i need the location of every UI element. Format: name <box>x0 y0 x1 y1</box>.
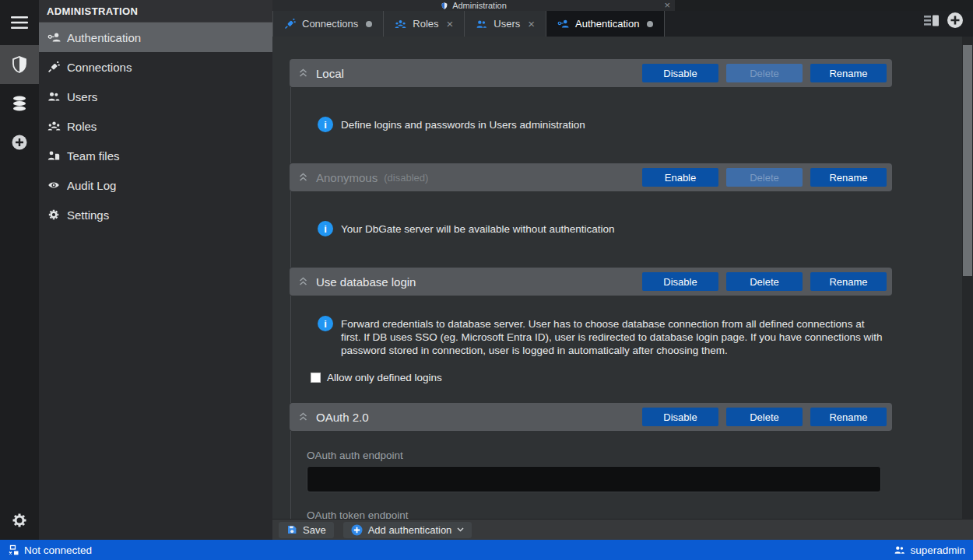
info-icon: i <box>318 117 333 132</box>
sidebar-item-settings[interactable]: Settings <box>39 200 272 229</box>
rename-button[interactable]: Rename <box>810 168 887 187</box>
tab-authentication[interactable]: Authentication <box>546 11 665 37</box>
bottom-toolbar: Save Add authentication <box>272 519 973 540</box>
tab-label: Authentication <box>575 18 639 30</box>
window-actions <box>924 12 964 29</box>
info-row: i Forward credentials to database server… <box>307 316 892 357</box>
logged-user[interactable]: superadmin <box>894 544 965 556</box>
oauth-auth-endpoint-label: OAuth auth endpoint <box>307 450 892 461</box>
admin-sidebar: ADMINISTRATION Authentication Connection… <box>39 0 272 540</box>
collapse-chevrons-icon[interactable] <box>299 412 308 422</box>
sidebar-item-label: Settings <box>67 208 109 222</box>
disable-button[interactable]: Disable <box>642 408 718 426</box>
connection-status-text: Not connected <box>24 544 92 556</box>
section-disabled-note: (disabled) <box>384 172 428 184</box>
enable-button[interactable]: Enable <box>642 168 718 187</box>
sidebar-item-label: Team files <box>67 149 120 163</box>
close-tab-icon[interactable]: × <box>528 17 535 30</box>
info-icon: i <box>318 221 333 236</box>
tab-roles[interactable]: Roles × <box>384 11 465 37</box>
panel-layout-icon[interactable] <box>924 14 941 27</box>
section-body: OAuth auth endpoint OAuth token endpoint <box>290 431 892 519</box>
tab-users[interactable]: Users × <box>465 11 546 37</box>
section-title: Anonymous <box>316 171 378 184</box>
sidebar-item-label: Users <box>67 90 97 103</box>
status-bar: Not connected superadmin <box>0 540 973 560</box>
account-group-icon <box>47 119 61 133</box>
collapse-chevrons-icon[interactable] <box>299 277 308 286</box>
sidebar-item-connections[interactable]: Connections <box>39 52 272 82</box>
oauth-auth-endpoint-input[interactable] <box>307 466 881 492</box>
tab-label: Users <box>494 18 520 30</box>
checkbox-row: Allow only defined logins <box>307 372 892 383</box>
section-anonymous: Anonymous (disabled) Enable Delete Renam… <box>290 163 892 268</box>
delete-button[interactable]: Delete <box>726 168 803 187</box>
close-group-icon[interactable]: × <box>664 0 670 11</box>
add-connection-nav-button[interactable] <box>0 123 39 162</box>
top-region: ADMINISTRATION Authentication Connection… <box>0 0 973 540</box>
scrollbar-thumb[interactable] <box>963 45 972 276</box>
sidebar-item-label: Authentication <box>67 31 141 44</box>
plus-circle-icon <box>11 134 28 151</box>
shield-icon <box>10 55 29 74</box>
section-title: Use database login <box>316 275 416 289</box>
section-body: i Your DbGate server will be available w… <box>290 191 892 268</box>
database-nav-button[interactable] <box>0 84 39 123</box>
collapse-chevrons-icon[interactable] <box>299 68 308 78</box>
tab-group-header: Administration × <box>272 0 675 11</box>
not-connected-icon <box>8 544 19 556</box>
sidebar-item-audit-log[interactable]: Audit Log <box>39 170 272 200</box>
sidebar-item-users[interactable]: Users <box>39 82 272 111</box>
hamburger-menu-button[interactable] <box>0 0 39 45</box>
left-icon-bar <box>0 0 39 540</box>
rename-button[interactable]: Rename <box>810 408 887 426</box>
add-authentication-button[interactable]: Add authentication <box>343 522 472 538</box>
rename-button[interactable]: Rename <box>810 64 887 82</box>
section-title: OAuth 2.0 <box>316 411 369 424</box>
section-body: i Forward credentials to database server… <box>290 296 892 403</box>
tab-strip: Administration × Connections <box>272 0 973 37</box>
info-text: Define logins and passwords in Users adm… <box>341 117 585 131</box>
sidebar-item-roles[interactable]: Roles <box>39 111 272 141</box>
close-tab-icon[interactable]: × <box>447 17 454 30</box>
sidebar-item-authentication[interactable]: Authentication <box>39 23 272 52</box>
sidebar-title: ADMINISTRATION <box>39 0 272 23</box>
account-key-icon <box>557 18 569 30</box>
checkbox-label: Allow only defined logins <box>327 372 442 383</box>
delete-button[interactable]: Delete <box>726 64 803 82</box>
sidebar-item-team-files[interactable]: Team files <box>39 141 272 170</box>
delete-button[interactable]: Delete <box>726 408 803 426</box>
oauth-token-endpoint-label: OAuth token endpoint <box>307 509 892 519</box>
gear-icon <box>11 512 28 529</box>
add-tab-plus-icon[interactable] <box>947 12 964 29</box>
rename-button[interactable]: Rename <box>810 272 887 291</box>
section-database-login: Use database login Disable Delete Rename… <box>290 268 892 403</box>
sidebar-item-label: Connections <box>67 61 132 74</box>
account-file-icon <box>47 149 61 163</box>
modified-dot-icon <box>366 21 372 27</box>
delete-button[interactable]: Delete <box>726 272 803 291</box>
disable-button[interactable]: Disable <box>642 64 718 82</box>
vertical-scrollbar[interactable] <box>962 37 973 519</box>
settings-gear-button[interactable] <box>0 501 39 540</box>
save-button[interactable]: Save <box>279 522 334 538</box>
collapse-chevrons-icon[interactable] <box>299 173 308 182</box>
connection-status: Not connected <box>8 544 92 556</box>
app-window: ADMINISTRATION Authentication Connection… <box>0 0 973 560</box>
sidebar-item-label: Audit Log <box>67 179 116 192</box>
account-multiple-icon <box>47 89 61 103</box>
iconbar-spacer <box>0 162 39 501</box>
section-header-oauth: OAuth 2.0 Disable Delete Rename <box>290 403 892 431</box>
disable-button[interactable]: Disable <box>642 272 718 291</box>
connection-plug-icon <box>284 18 296 30</box>
gear-icon <box>47 208 61 222</box>
admin-shield-nav-button[interactable] <box>0 45 39 84</box>
section-header-database-login: Use database login Disable Delete Rename <box>290 268 892 296</box>
account-multiple-icon <box>894 544 905 555</box>
tab-label: Roles <box>413 18 438 30</box>
allow-only-defined-logins-checkbox[interactable] <box>311 373 321 383</box>
tab-connections[interactable]: Connections <box>272 11 384 37</box>
info-text: Your DbGate server will be available wit… <box>341 221 614 236</box>
save-floppy-icon <box>286 524 297 535</box>
tab-label: Connections <box>302 18 358 30</box>
